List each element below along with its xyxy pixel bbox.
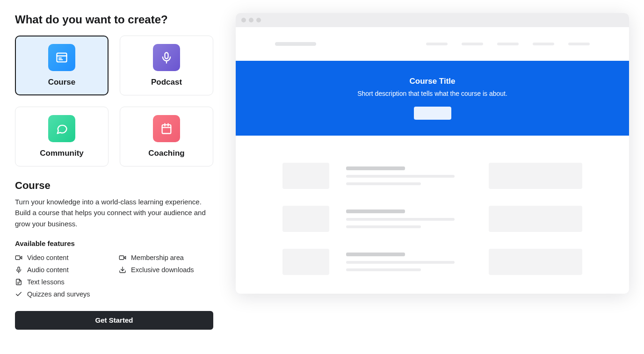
chat-icon (48, 115, 75, 142)
nav-item-skeleton (533, 43, 554, 45)
selected-type-title: Course (15, 180, 213, 192)
preview-nav (426, 43, 590, 45)
nav-item-skeleton (497, 43, 519, 45)
preview-row (282, 163, 582, 189)
side-skeleton (489, 163, 582, 189)
type-label-community: Community (40, 149, 84, 158)
text-skeleton (346, 210, 472, 228)
type-card-course[interactable]: Course (15, 36, 109, 95)
feature-label: Video content (27, 254, 68, 261)
feature-label: Membership area (131, 254, 184, 261)
feature-label: Audio content (27, 266, 69, 274)
nav-item-skeleton (462, 43, 483, 45)
feature-membership: Membership area (119, 254, 213, 261)
browser-icon (48, 44, 75, 71)
preview-content (236, 136, 629, 294)
calendar-icon (153, 115, 180, 142)
window-chrome (236, 13, 629, 27)
audio-icon (15, 266, 22, 274)
thumb-skeleton (282, 163, 329, 189)
preview-hero-button (414, 107, 451, 120)
svg-rect-16 (119, 256, 123, 260)
page-heading: What do you want to create? (15, 13, 213, 26)
feature-label: Text lessons (27, 278, 65, 286)
type-label-podcast: Podcast (151, 78, 182, 87)
feature-audio-content: Audio content (15, 266, 109, 274)
type-card-community[interactable]: Community (15, 107, 109, 166)
preview-row (282, 206, 582, 232)
microphone-icon (153, 44, 180, 71)
download-icon (119, 266, 126, 274)
text-skeleton (346, 253, 472, 271)
svg-rect-4 (165, 53, 168, 59)
nav-item-skeleton (426, 43, 448, 45)
features-heading: Available features (15, 239, 213, 247)
product-type-grid: Course Podcast Communi (15, 36, 213, 166)
feature-quizzes: Quizzes and surveys (15, 290, 109, 298)
window-dot (256, 18, 261, 22)
video-icon (15, 254, 22, 261)
thumb-skeleton (282, 206, 329, 232)
video-icon (119, 254, 126, 261)
feature-label: Exclusive downloads (131, 266, 194, 274)
type-card-coaching[interactable]: Coaching (120, 107, 213, 166)
thumb-skeleton (282, 249, 329, 275)
preview-hero-subtitle: Short description that tells what the co… (357, 90, 507, 97)
selected-type-description: Turn your knowledge into a world-class l… (15, 196, 213, 229)
feature-label: Quizzes and surveys (27, 290, 90, 298)
preview-window: Course Title Short description that tell… (236, 13, 629, 294)
nav-item-skeleton (568, 43, 590, 45)
type-label-coaching: Coaching (148, 149, 184, 158)
feature-video-content: Video content (15, 254, 109, 261)
type-label-course: Course (48, 78, 76, 87)
preview-hero-title: Course Title (410, 77, 456, 86)
text-icon (15, 278, 22, 286)
svg-rect-6 (162, 125, 171, 134)
side-skeleton (489, 206, 582, 232)
get-started-button[interactable]: Get Started (15, 311, 213, 330)
side-skeleton (489, 249, 582, 275)
preview-header (236, 27, 629, 61)
svg-rect-0 (57, 53, 67, 62)
check-icon (15, 290, 22, 298)
window-dot (249, 18, 253, 22)
text-skeleton (346, 166, 472, 185)
svg-rect-12 (18, 267, 20, 270)
type-card-podcast[interactable]: Podcast (120, 36, 213, 95)
preview-hero: Course Title Short description that tell… (236, 61, 629, 136)
logo-skeleton (275, 42, 316, 46)
svg-rect-10 (15, 256, 20, 260)
window-dot (241, 18, 246, 22)
feature-text-lessons: Text lessons (15, 278, 109, 286)
features-list: Video content Audio content Text lessons… (15, 254, 213, 298)
preview-row (282, 249, 582, 275)
feature-downloads: Exclusive downloads (119, 266, 213, 274)
